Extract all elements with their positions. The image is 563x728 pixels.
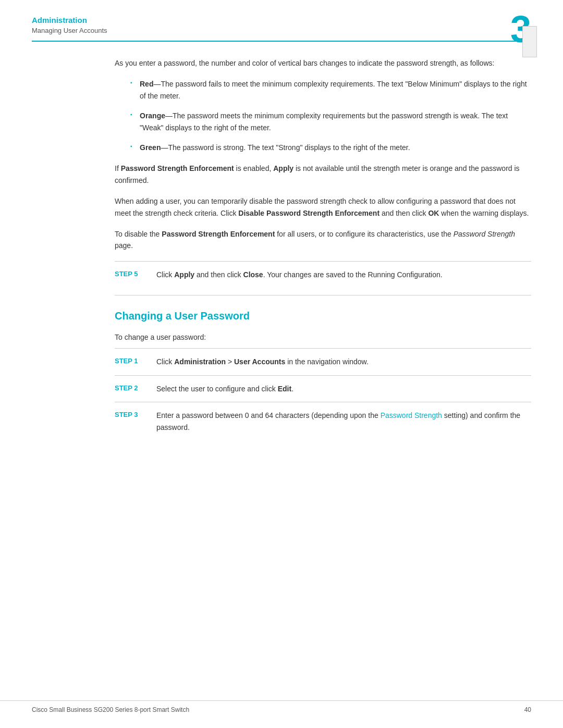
step-change-3: STEP 3 Enter a password between 0 and 64… [115,402,531,433]
para-configure: To disable the Password Strength Enforce… [115,228,531,252]
to-change-para: To change a user password: [115,331,531,343]
para-enforcement: If Password Strength Enforcement is enab… [115,163,531,186]
bullet-item-green: Green—The password is strong. The text "… [130,142,531,153]
step-5: STEP 5 Click Apply and then click Close.… [115,261,531,280]
section-heading: Changing a User Password [115,310,531,322]
step-change-1: STEP 1 Click Administration > User Accou… [115,348,531,367]
step-5-label: STEP 5 [115,269,156,280]
footer-product: Cisco Small Business SG200 Series 8-port… [32,706,189,713]
step-change-3-content: Enter a password between 0 and 64 charac… [156,410,531,433]
header-divider [32,41,531,42]
step-change-2: STEP 2 Select the user to configure and … [115,375,531,394]
bullet-list: Red—The password fails to meet the minim… [130,78,531,153]
main-content: As you enter a password, the number and … [0,42,563,433]
password-strength-link[interactable]: Password Strength [381,411,442,419]
step-change-3-label: STEP 3 [115,410,156,421]
page-header: Administration Managing User Accounts 3 [0,0,563,42]
breadcrumb-admin: Administration [32,16,531,24]
page-footer: Cisco Small Business SG200 Series 8-port… [0,700,563,713]
intro-paragraph: As you enter a password, the number and … [115,57,531,69]
bullet-green-text: Green—The password is strong. The text "… [140,143,410,152]
bullet-item-red: Red—The password fails to meet the minim… [130,78,531,102]
para-disable: When adding a user, you can temporarily … [115,195,531,219]
section-divider [115,295,531,295]
step-change-2-content: Select the user to configure and click E… [156,383,531,394]
bullet-red-text: Red—The password fails to meet the minim… [140,80,527,100]
step-change-2-label: STEP 2 [115,383,156,394]
footer-page-number: 40 [524,706,531,713]
breadcrumb-sub: Managing User Accounts [32,27,531,34]
page-container: Administration Managing User Accounts 3 … [0,0,563,728]
chapter-tab-decoration [522,26,537,57]
bullet-orange-text: Orange—The password meets the minimum co… [140,112,508,131]
step-change-1-content: Click Administration > User Accounts in … [156,356,531,367]
bullet-item-orange: Orange—The password meets the minimum co… [130,110,531,133]
step-5-content: Click Apply and then click Close. Your c… [156,269,531,280]
step-change-1-label: STEP 1 [115,356,156,367]
